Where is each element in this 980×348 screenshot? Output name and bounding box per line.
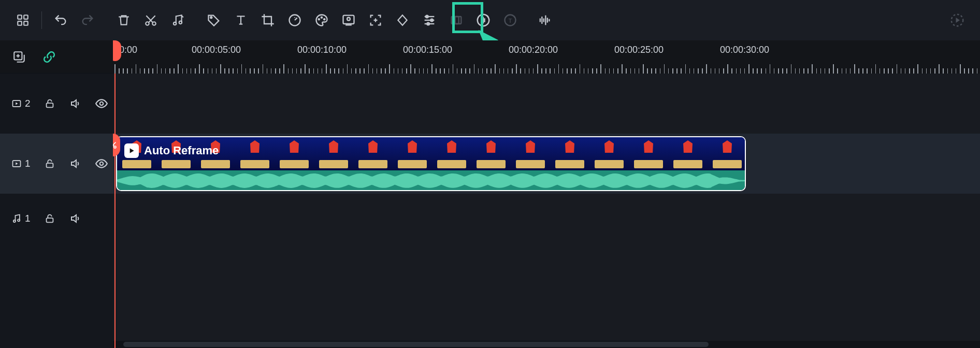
svg-point-4: [146, 22, 149, 25]
frame-icon[interactable]: [443, 7, 470, 34]
track-row-v2[interactable]: [113, 74, 980, 134]
track-type-video-icon: 2: [11, 98, 31, 109]
svg-rect-30: [46, 163, 53, 167]
time-ruler[interactable]: 00:00 00:00:05:00 00:00:10:00 00:00:15:0…: [113, 40, 980, 74]
text-icon[interactable]: [227, 7, 254, 34]
caption-icon[interactable]: T: [497, 7, 524, 34]
video-clip[interactable]: Auto Reframe: [116, 136, 746, 191]
svg-text:T: T: [508, 17, 512, 24]
tracks-area[interactable]: Auto Reframe: [113, 74, 980, 348]
audio-sync-icon[interactable]: [470, 7, 497, 34]
link-icon[interactable]: [41, 49, 57, 65]
delete-icon[interactable]: [110, 7, 137, 34]
track-type-audio-icon: 1: [11, 213, 31, 224]
svg-point-7: [179, 21, 182, 24]
track-type-video-icon: 1: [11, 158, 31, 169]
horizontal-scrollbar[interactable]: [113, 341, 980, 348]
svg-point-12: [324, 19, 325, 20]
render-icon[interactable]: [944, 7, 971, 34]
speed-icon[interactable]: [281, 7, 308, 34]
svg-point-14: [347, 18, 350, 21]
keyframe-icon[interactable]: [389, 7, 416, 34]
track-row-v1[interactable]: Auto Reframe: [113, 134, 980, 194]
svg-rect-13: [343, 16, 354, 24]
visibility-icon[interactable]: [95, 97, 108, 110]
toolbar: T: [0, 0, 980, 40]
focus-icon[interactable]: [362, 7, 389, 34]
svg-rect-1: [24, 15, 28, 19]
svg-point-28: [99, 102, 103, 106]
ruler-label: 00:00:15:00: [403, 45, 452, 55]
svg-point-31: [99, 162, 103, 166]
ruler-label: 00:00:10:00: [297, 45, 347, 55]
mute-icon[interactable]: [69, 157, 82, 170]
track-label: 1: [25, 213, 31, 224]
clip-title: Auto Reframe: [144, 144, 219, 157]
redo-icon[interactable]: [74, 7, 101, 34]
playhead[interactable]: [114, 74, 116, 348]
color-icon[interactable]: [308, 7, 335, 34]
mute-icon[interactable]: [69, 97, 82, 110]
ruler-label: 00:00:30:00: [720, 45, 769, 55]
track-label: 1: [25, 158, 31, 169]
track-header-a1[interactable]: 1: [0, 194, 113, 243]
lock-icon[interactable]: [43, 212, 56, 225]
svg-point-8: [210, 17, 212, 18]
mute-icon[interactable]: [69, 212, 82, 225]
adjust-icon[interactable]: [416, 7, 443, 34]
music-icon[interactable]: [164, 7, 191, 34]
scrollbar-thumb[interactable]: [123, 342, 709, 347]
svg-point-10: [319, 19, 320, 20]
clip-waveform: [117, 170, 745, 190]
svg-rect-0: [18, 15, 22, 19]
svg-point-11: [321, 17, 322, 18]
track-headers-column: 2 1 1: [0, 40, 113, 348]
toolbar-divider: [41, 11, 42, 29]
tag-icon[interactable]: [200, 7, 227, 34]
svg-point-33: [18, 219, 20, 221]
ruler-label: 00:00:20:00: [509, 45, 558, 55]
track-header-v1[interactable]: 1: [0, 134, 113, 194]
clip-label: Auto Reframe: [124, 143, 219, 158]
beat-icon[interactable]: [531, 7, 558, 34]
pip-icon[interactable]: [335, 7, 362, 34]
track-label: 2: [25, 98, 31, 109]
svg-rect-34: [46, 218, 53, 222]
svg-point-36: [114, 146, 116, 148]
ruler-label: 00:00:25:00: [614, 45, 664, 55]
track-row-a1[interactable]: [113, 194, 980, 243]
cut-icon[interactable]: [137, 7, 164, 34]
lock-icon[interactable]: [43, 97, 56, 110]
lock-icon[interactable]: [43, 157, 56, 170]
svg-point-6: [174, 22, 176, 25]
timeline-panel: 2 1 1 00:00 00:00:05:00: [0, 40, 980, 348]
undo-icon[interactable]: [47, 7, 74, 34]
svg-rect-3: [24, 21, 28, 25]
svg-point-32: [13, 220, 16, 222]
svg-rect-2: [18, 21, 22, 25]
svg-rect-27: [46, 103, 53, 107]
ruler-label: 00:00:05:00: [192, 45, 241, 55]
visibility-icon[interactable]: [95, 157, 108, 170]
playhead-cap-icon[interactable]: [113, 40, 121, 61]
track-header-v2[interactable]: 2: [0, 74, 113, 134]
crop-icon[interactable]: [254, 7, 281, 34]
svg-point-5: [152, 22, 156, 25]
left-header: [0, 40, 113, 74]
apps-icon[interactable]: [9, 7, 36, 34]
timeline-area[interactable]: 00:00 00:00:05:00 00:00:10:00 00:00:15:0…: [113, 40, 980, 348]
add-track-icon[interactable]: [11, 49, 27, 65]
play-icon: [124, 143, 139, 158]
